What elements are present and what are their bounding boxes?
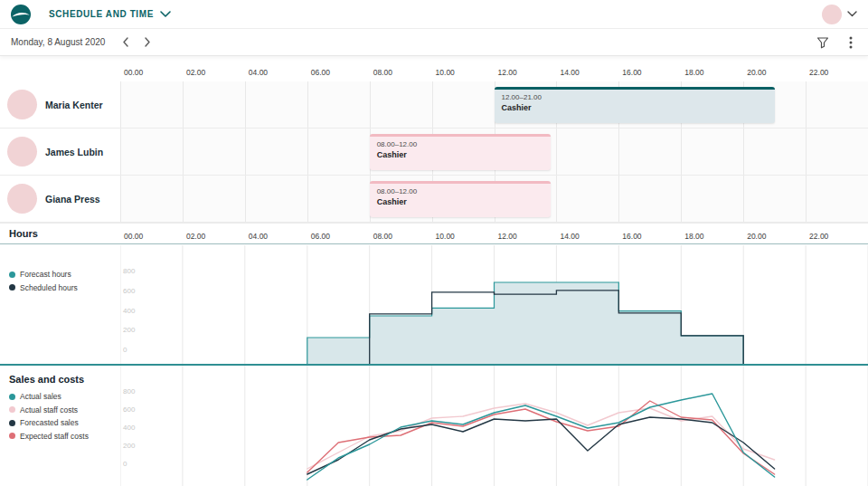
sales-legend: Actual salesActual staff costsForecasted… <box>9 390 89 443</box>
sales-legend-panel: Sales and costs Actual salesActual staff… <box>0 365 120 486</box>
grid-line <box>556 129 557 175</box>
date-bar: Monday, 8 August 2020 <box>0 29 868 56</box>
time-label: 10.00 <box>436 232 455 241</box>
sales-chart-area: 0200400600800 <box>120 365 868 486</box>
kebab-icon <box>849 36 853 49</box>
employee-cell: Giana Press <box>0 176 120 222</box>
grid-line <box>806 81 807 128</box>
time-label: 14.00 <box>560 232 579 241</box>
date-bar-actions <box>812 34 857 51</box>
chevron-down-icon[interactable] <box>847 11 857 17</box>
grid-line <box>183 81 184 128</box>
grid-line <box>120 129 121 175</box>
shift-role-label: Cashier <box>502 103 768 112</box>
grid-line <box>245 81 246 128</box>
time-label: 12.00 <box>498 232 517 241</box>
divider <box>0 243 868 244</box>
legend-item: Forecast hours <box>9 268 78 281</box>
chevron-down-icon <box>160 11 171 17</box>
time-label: 18.00 <box>684 232 703 241</box>
grid-line <box>806 176 807 222</box>
legend-dot <box>9 272 15 278</box>
hours-chart <box>120 245 868 366</box>
grid-line <box>681 129 682 175</box>
y-axis-label: 0 <box>123 346 127 354</box>
employee-name: Giana Press <box>45 194 100 205</box>
module-label: SCHEDULE AND TIME <box>49 9 154 19</box>
app: SCHEDULE AND TIME Monday, 8 August 2020 <box>0 0 868 486</box>
shift-block[interactable]: 12.00–21.00Cashier <box>495 87 775 123</box>
next-day-button[interactable] <box>139 35 156 49</box>
y-axis-label: 600 <box>123 405 135 414</box>
employee-name: Maria Kenter <box>45 100 103 110</box>
employee-track: 08.00–12.00Cashier <box>120 176 868 222</box>
app-logo-icon <box>11 5 31 24</box>
grid-line <box>806 129 807 175</box>
legend-label: Forecast hours <box>20 270 71 279</box>
hours-legend-panel: Hours Forecast hoursScheduled hours <box>0 224 120 365</box>
legend-dot <box>9 420 15 426</box>
grid-line <box>432 81 433 128</box>
user-avatar[interactable] <box>822 5 842 24</box>
time-label: 12.00 <box>498 68 517 77</box>
date-navigation <box>118 35 156 49</box>
grid-line <box>618 176 619 222</box>
more-options-button[interactable] <box>844 34 857 51</box>
prev-day-button[interactable] <box>118 35 134 49</box>
shift-block[interactable]: 08.00–12.00Cashier <box>370 134 551 170</box>
legend-item: Actual sales <box>9 390 89 404</box>
time-label: 16.00 <box>622 68 641 77</box>
employee-track: 08.00–12.00Cashier <box>120 129 868 175</box>
time-label: 18.00 <box>684 68 703 77</box>
grid-line <box>183 129 184 175</box>
time-label: 04.00 <box>249 68 268 77</box>
grid-line <box>743 129 744 175</box>
grid-line <box>120 81 121 128</box>
y-axis-label: 400 <box>123 307 135 315</box>
time-label: 10.00 <box>436 68 455 77</box>
grid-line <box>743 176 744 222</box>
legend-item: Scheduled hours <box>9 281 78 295</box>
time-label: 00.00 <box>124 68 143 77</box>
funnel-icon <box>816 36 829 49</box>
divider <box>0 364 868 366</box>
time-label: 16.00 <box>622 232 641 241</box>
grid-line <box>120 176 121 222</box>
time-label: 06.00 <box>311 232 330 241</box>
sales-section: Sales and costs Actual salesActual staff… <box>0 365 868 486</box>
legend-dot <box>9 406 15 413</box>
legend-item: Forecasted sales <box>9 416 89 430</box>
time-label: 02.00 <box>186 68 205 77</box>
y-axis-label: 200 <box>123 326 135 334</box>
y-axis-label: 400 <box>123 424 135 432</box>
grid-line <box>183 176 184 222</box>
grid-line <box>618 129 619 175</box>
sales-title: Sales and costs <box>9 374 84 385</box>
employee-name: James Lubin <box>45 147 103 157</box>
schedule-row: Giana Press08.00–12.00Cashier <box>0 176 868 223</box>
module-dropdown[interactable]: SCHEDULE AND TIME <box>49 9 171 19</box>
legend-dot <box>9 284 15 291</box>
time-label: 06.00 <box>311 68 330 77</box>
grid-line <box>307 81 308 128</box>
employee-avatar <box>7 137 37 167</box>
grid-line <box>307 176 308 222</box>
employee-cell: Maria Kenter <box>0 81 120 128</box>
shift-time-label: 08.00–12.00 <box>377 187 543 195</box>
time-label: 14.00 <box>560 68 579 77</box>
legend-dot <box>9 433 15 439</box>
filter-button[interactable] <box>812 34 834 51</box>
time-label: 20.00 <box>747 68 766 77</box>
y-axis-label: 800 <box>123 387 135 395</box>
schedule-row: Maria Kenter12.00–21.00Cashier <box>0 81 868 129</box>
shift-role-label: Cashier <box>377 150 543 159</box>
time-label: 02.00 <box>186 232 205 241</box>
legend-item: Actual staff costs <box>9 404 89 417</box>
grid-line <box>681 176 682 222</box>
date-label: Monday, 8 August 2020 <box>11 37 105 47</box>
sales-chart <box>120 365 868 486</box>
legend-label: Actual sales <box>20 392 61 401</box>
grid-line <box>245 176 246 222</box>
employee-cell: James Lubin <box>0 129 120 175</box>
shift-block[interactable]: 08.00–12.00Cashier <box>370 181 551 217</box>
